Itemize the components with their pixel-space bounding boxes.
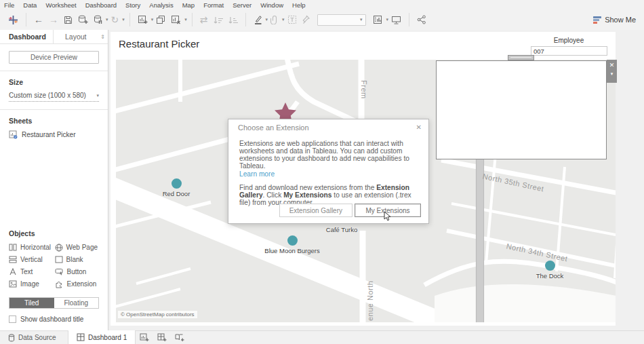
learn-more-link[interactable]: Learn more [239,170,418,178]
tab-dashboard[interactable]: Dashboard [0,33,53,41]
fix-axes-button[interactable] [300,12,313,28]
data-source-label: Data Source [18,334,56,341]
data-source-tab[interactable]: Data Source [0,331,68,344]
object-blank[interactable]: Blank [55,255,100,264]
chevron-down-icon[interactable]: ▾ [184,17,187,22]
extension-icon [55,280,64,288]
object-extension[interactable]: Extension [55,280,100,288]
swap-rows-columns-button[interactable]: ⇄ [197,12,211,28]
pane-collapse-icon[interactable]: ⇕ [98,34,108,40]
object-web-page[interactable]: Web Page [55,243,100,252]
clear-sheet-button[interactable] [168,12,184,28]
new-dashboard-tab-button[interactable] [153,331,171,344]
object-vertical[interactable]: Vertical [9,255,54,264]
fit-selector[interactable]: ▾ [317,14,366,26]
street-label-avenue-north: enue North [366,281,374,321]
redo-button[interactable]: → [46,12,61,28]
new-worksheet-button[interactable] [135,12,150,28]
image-icon [9,280,17,288]
object-button[interactable]: Button [55,267,100,276]
toolbar-separator [245,13,246,26]
object-label: Extension [67,280,97,288]
p2-bold-my-extensions: My Extensions [283,191,331,199]
menu-worksheet[interactable]: Worksheet [45,1,76,9]
duplicate-sheet-button[interactable] [153,12,168,28]
map-mark-the-dock[interactable] [545,261,555,271]
sort-ascending-button[interactable] [211,12,226,28]
pane-tabs: Dashboard Layout ⇕ [0,30,108,44]
menu-story[interactable]: Story [125,1,140,9]
pause-auto-updates-button[interactable] [91,12,105,28]
tiled-button[interactable]: Tiled [9,298,54,308]
size-value: Custom size (1000 x 580) [9,92,86,99]
show-dashboard-title-checkbox[interactable] [9,316,16,323]
extension-gallery-button[interactable]: Extension Gallery [279,204,353,217]
device-preview-button[interactable]: Device Preview [9,51,99,64]
menu-map[interactable]: Map [182,1,195,9]
sheets-heading: Sheets [9,117,99,125]
choose-extension-dialog: Choose an Extension ✕ Extensions are web… [228,119,429,224]
floating-button[interactable]: Floating [54,298,99,308]
mouse-cursor-icon [383,211,391,222]
save-button[interactable] [61,12,75,28]
chevron-down-icon: ▾ [360,17,363,22]
extension-container-controls: ✕ ▾ [607,60,617,83]
object-horizontal[interactable]: Horizontal [9,243,54,252]
menu-file[interactable]: File [4,1,14,9]
show-dashboard-title-label: Show dashboard title [20,316,83,323]
menu-data[interactable]: Data [23,1,37,9]
undo-button[interactable]: ← [31,12,46,28]
web-page-icon [55,244,63,252]
sort-descending-button[interactable] [226,12,241,28]
object-image[interactable]: Image [9,280,54,288]
dashboard-pane: Dashboard Layout ⇕ Device Preview Size C… [0,30,108,330]
share-button[interactable] [414,12,429,28]
highlight-button[interactable] [251,12,265,28]
extension-drag-handle[interactable] [508,55,534,60]
menu-help[interactable]: Help [292,1,306,9]
blank-icon [55,256,63,263]
show-me-icon [593,16,601,24]
menu-window[interactable]: Window [260,1,283,9]
map-mark-red-door[interactable] [172,178,182,189]
size-heading: Size [9,78,99,86]
new-worksheet-tab-button[interactable] [136,331,153,344]
worksheet-icon [9,130,18,139]
button-icon [55,268,64,275]
dashboard-title: Restaurant Picker [119,38,199,50]
new-data-source-button[interactable] [75,12,91,28]
map-label-the-dock: The Dock [512,272,587,280]
dashboard-1-tab[interactable]: Dashboard 1 [68,330,136,344]
employee-filter-input[interactable] [531,46,607,56]
toolbar-separator [192,13,193,26]
presentation-mode-button[interactable] [388,12,404,28]
menu-analysis[interactable]: Analysis [149,1,173,9]
show-mark-labels-button[interactable] [285,12,300,28]
menu-server[interactable]: Server [233,1,251,9]
size-dropdown[interactable]: Custom size (1000 x 580) ▾ [9,92,99,102]
show-dashboard-title-row: Show dashboard title [9,316,99,323]
tableau-logo-icon [5,12,21,28]
object-text[interactable]: Text [9,267,54,276]
tab-layout[interactable]: Layout [53,30,98,43]
layout-mode-toggle: Tiled Floating [9,297,99,309]
menu-format[interactable]: Format [203,1,224,9]
show-hide-cards-button[interactable] [370,12,386,28]
sheet-item-restaurant-picker[interactable]: Restaurant Picker [9,130,99,139]
chevron-down-icon[interactable]: ▾ [122,17,125,22]
dialog-title: Choose an Extension [238,123,309,132]
show-me-label: Show Me [605,16,636,24]
run-update-button[interactable]: ↻ [108,12,122,28]
close-icon[interactable]: ✕ [416,123,422,132]
group-members-button[interactable] [268,12,281,28]
menu-dashboard[interactable]: Dashboard [85,1,117,9]
more-options-icon[interactable]: ▾ [611,71,613,77]
extension-placeholder[interactable] [436,60,607,159]
new-story-tab-button[interactable] [171,331,188,344]
map-mark-blue-moon-burgers[interactable] [287,235,298,246]
show-me-button[interactable]: Show Me [593,16,639,24]
remove-extension-icon[interactable]: ✕ [609,60,615,71]
toolbar-separator [26,13,26,26]
tableau-window: File Data Worksheet Dashboard Story Anal… [0,0,644,344]
text-icon [9,268,17,275]
